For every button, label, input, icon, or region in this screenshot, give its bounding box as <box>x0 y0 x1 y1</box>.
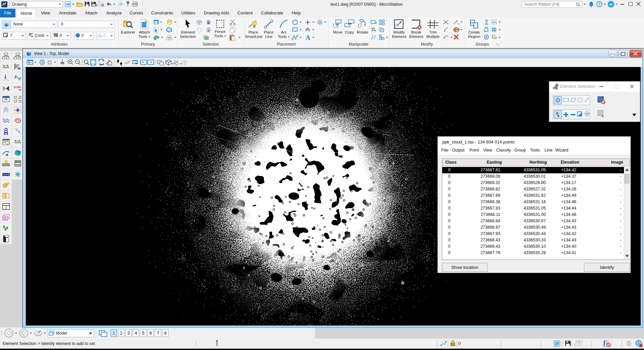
svg-text:IP: IP <box>609 3 613 6</box>
svg-text:A-A: A-A <box>15 139 20 143</box>
svg-text:i: i <box>29 62 29 64</box>
svg-text:?: ? <box>598 2 600 6</box>
svg-text:A-A: A-A <box>3 64 9 68</box>
svg-text:V8: V8 <box>66 3 70 6</box>
svg-text:5.0%: 5.0% <box>14 85 21 89</box>
svg-text:A: A <box>306 34 311 41</box>
svg-text:i: i <box>169 28 170 32</box>
